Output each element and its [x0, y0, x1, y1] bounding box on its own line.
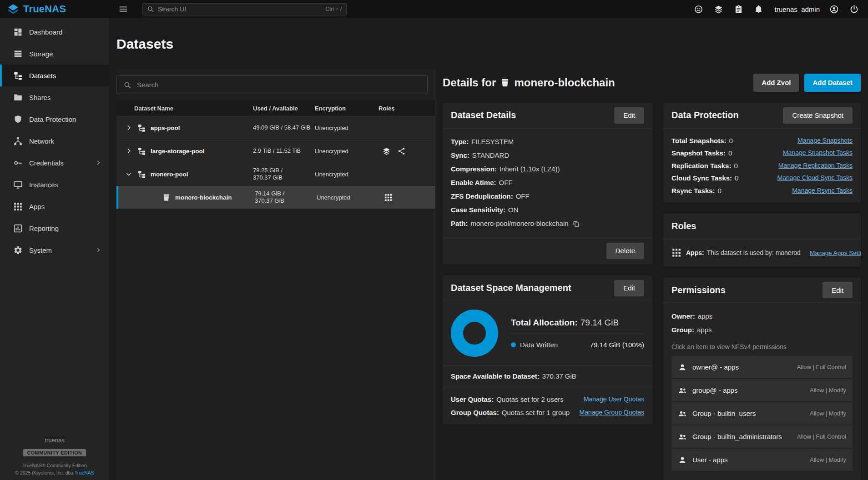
- pool-tree-icon: [137, 124, 146, 132]
- truenas-footer-link[interactable]: TrueNAS: [75, 470, 94, 475]
- collapse-chevron-down-icon[interactable]: [125, 170, 133, 178]
- edit-space-button[interactable]: Edit: [614, 280, 644, 296]
- footer-edition-line: TrueNAS® Community Edition: [0, 462, 109, 469]
- permission-item-user-apps[interactable]: User - apps Allow | Modify: [671, 449, 853, 471]
- permission-item-group[interactable]: group@ - apps Allow | Modify: [671, 379, 853, 401]
- legend-dot: [511, 342, 516, 347]
- manage-snapshots-link[interactable]: Manage Snapshots: [797, 135, 853, 147]
- sidebar-item-apps[interactable]: Apps: [0, 195, 109, 217]
- sidebar-item-label: Credentials: [29, 159, 64, 167]
- apps-icon: [671, 248, 681, 258]
- storage-icon: [13, 49, 23, 59]
- dataset-search-input[interactable]: [137, 81, 421, 89]
- space-donut-chart: [451, 310, 498, 357]
- sidebar-item-datasets[interactable]: Datasets: [0, 65, 109, 86]
- copyright-text: © 2025 iXsystems, Inc. dba: [15, 470, 75, 475]
- manage-replication-tasks-link[interactable]: Manage Replication Tasks: [778, 160, 853, 172]
- chevron-right-icon: [95, 246, 102, 254]
- menu-toggle-button[interactable]: [116, 1, 131, 17]
- sidebar: Dashboard Storage Datasets Shares Data P…: [0, 18, 109, 480]
- people-icon: [678, 432, 687, 441]
- search-shortcut-hint: Ctrl + /: [325, 6, 342, 12]
- manage-rsync-tasks-link[interactable]: Manage Rsync Tasks: [792, 185, 853, 197]
- expand-chevron-right-icon[interactable]: [125, 147, 133, 155]
- jobs-button[interactable]: [731, 1, 747, 17]
- nfsv4-hint: Click an item to view NFSv4 permissions: [671, 343, 853, 350]
- permission-item-owner[interactable]: owner@ - apps Allow | Full Control: [671, 356, 853, 378]
- shares-icon: [13, 93, 23, 102]
- copy-path-icon[interactable]: [572, 220, 580, 228]
- replication-tasks-row: Replication Tasks: 0 Manage Replication …: [671, 160, 853, 172]
- brand[interactable]: TrueNAS: [0, 3, 109, 15]
- layers-icon: [382, 147, 391, 155]
- permission-item-builtin-administrators[interactable]: Group - builtin_administrators Allow | F…: [671, 425, 853, 448]
- sidebar-item-storage[interactable]: Storage: [0, 43, 109, 65]
- roles-card: Roles Apps:This dataset is used by: mone…: [663, 214, 861, 266]
- manage-snapshot-tasks-link[interactable]: Manage Snapshot Tasks: [783, 147, 853, 160]
- power-button[interactable]: [846, 1, 862, 17]
- edit-dataset-details-button[interactable]: Edit: [614, 107, 644, 124]
- sidebar-item-credentials[interactable]: Credentials: [0, 152, 109, 174]
- dataset-icon: [162, 193, 171, 202]
- pool-tree-icon: [137, 147, 146, 155]
- table-row-apps-pool[interactable]: apps-pool 49.09 GiB / 58.47 GiB Unencryp…: [116, 116, 435, 140]
- sidebar-item-label: Shares: [29, 94, 51, 101]
- roles-cell: [380, 193, 435, 202]
- sidebar-item-system[interactable]: System: [0, 239, 109, 261]
- add-zvol-button[interactable]: Add Zvol: [753, 74, 799, 92]
- table-row-large-storage-pool[interactable]: large-storage-pool 2.9 TiB / 11.52 TiB U…: [116, 140, 435, 163]
- create-snapshot-button[interactable]: Create Snapshot: [783, 107, 853, 124]
- details-panel: Details for monero-blockchain Add Zvol A…: [435, 69, 861, 480]
- used-available-value: 49.09 GiB / 58.47 GiB: [253, 124, 315, 131]
- dataset-name: apps-pool: [151, 125, 180, 131]
- sidebar-item-label: Reporting: [29, 225, 59, 232]
- sidebar-item-dashboard[interactable]: Dashboard: [0, 21, 109, 43]
- search-icon: [147, 5, 154, 13]
- person-icon: [678, 455, 687, 465]
- global-search[interactable]: Ctrl + /: [142, 3, 347, 15]
- detail-field-sync: Sync:STANDARD: [451, 149, 644, 162]
- sidebar-item-reporting[interactable]: Reporting: [0, 217, 109, 239]
- pool-tree-icon: [137, 170, 146, 179]
- details-title-prefix: Details for: [443, 76, 496, 89]
- edit-permissions-button[interactable]: Edit: [823, 282, 853, 298]
- manage-apps-settings-link[interactable]: Manage Apps Settings: [810, 250, 861, 256]
- snapshot-tasks-row: Snapshot Tasks: 0 Manage Snapshot Tasks: [671, 147, 853, 160]
- datasets-icon: [13, 71, 23, 80]
- table-row-monero-pool[interactable]: monero-pool 79.25 GiB / 370.37 GiB Unenc…: [116, 163, 435, 186]
- alerts-button[interactable]: [751, 1, 767, 17]
- sidebar-item-network[interactable]: Network: [0, 130, 109, 152]
- detail-field-compression: Compression:Inherit (1.10x (LZ4)): [451, 162, 644, 176]
- sidebar-item-shares[interactable]: Shares: [0, 86, 109, 108]
- sidebar-item-instances[interactable]: Instances: [0, 174, 109, 195]
- dataset-search[interactable]: [116, 75, 428, 94]
- manage-group-quotas-link[interactable]: Manage Group Quotas: [580, 406, 644, 419]
- sidebar-item-label: Instances: [29, 181, 58, 189]
- permission-item-builtin-users[interactable]: Group - builtin_users Allow | Modify: [671, 402, 853, 425]
- manage-cloud-sync-tasks-link[interactable]: Manage Cloud Sync Tasks: [777, 172, 853, 185]
- sidebar-item-label: Dashboard: [29, 28, 62, 36]
- feedback-button[interactable]: [691, 1, 707, 17]
- add-dataset-button[interactable]: Add Dataset: [804, 74, 861, 92]
- legend-label: Data Written: [520, 341, 558, 349]
- encryption-value: Unencrypted: [315, 171, 378, 178]
- user-menu-button[interactable]: [826, 1, 842, 17]
- sidebar-item-label: Apps: [29, 203, 45, 210]
- details-header: Details for monero-blockchain Add Zvol A…: [443, 73, 861, 93]
- delete-dataset-button[interactable]: Delete: [606, 243, 644, 259]
- total-snapshots-row: Total Snapshots: 0 Manage Snapshots: [671, 135, 853, 147]
- roles-apps-row: Apps:This dataset is used by: monerod Ma…: [663, 239, 861, 266]
- expand-chevron-right-icon[interactable]: [125, 124, 133, 132]
- global-search-input[interactable]: [158, 5, 322, 13]
- gear-icon: [13, 245, 23, 255]
- sidebar-item-data-protection[interactable]: Data Protection: [0, 108, 109, 130]
- manage-user-quotas-link[interactable]: Manage User Quotas: [584, 393, 644, 406]
- column-dataset-name: Dataset Name: [116, 105, 253, 112]
- truecommand-button[interactable]: [711, 1, 727, 17]
- table-row-monero-blockchain[interactable]: monero-blockchain 79.14 GiB / 370.37 GiB…: [116, 186, 435, 209]
- dataset-details-card: Dataset Details Edit Type:FILESYSTEM Syn…: [443, 103, 652, 265]
- search-icon: [123, 81, 131, 89]
- edition-badge: COMMUNITY EDITION: [23, 449, 86, 456]
- apps-icon: [384, 193, 393, 202]
- details-dataset-name: monero-blockchain: [514, 76, 615, 89]
